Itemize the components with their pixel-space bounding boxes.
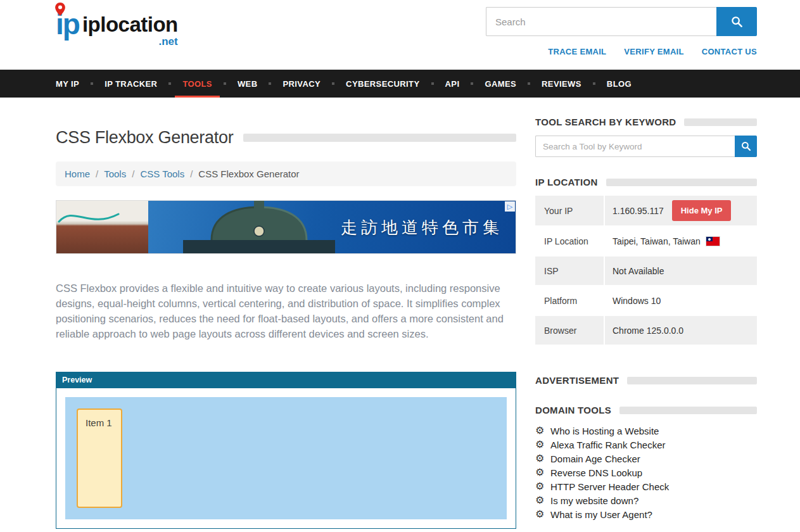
gear-icon: ⚙ xyxy=(535,453,550,464)
tool-search xyxy=(535,136,757,157)
preview-body: Item 1 xyxy=(56,388,516,529)
tool-description: CSS Flexbox provides a flexible and intu… xyxy=(56,281,516,341)
list-item: ⚙ HTTP Server Header Check xyxy=(535,479,757,493)
page: ip iplocation .net TRACE EMAIL VERIFY EM… xyxy=(0,0,800,529)
nav-item-blog[interactable]: BLOG xyxy=(599,70,639,98)
table-row: IP Location Taipei, Taiwan, Taiwan xyxy=(535,225,757,255)
tool-search-button[interactable] xyxy=(735,136,757,157)
ip-row-label: Browser xyxy=(535,316,605,345)
list-item: ⚙ Reverse DNS Lookup xyxy=(535,466,757,479)
ip-info-table: Your IP 1.160.95.117 Hide My IP IP Locat… xyxy=(535,196,757,345)
logo-wordmark: iplocation .net xyxy=(82,14,178,47)
hide-my-ip-button[interactable]: Hide My IP xyxy=(672,200,732,221)
ip-location-heading: IP LOCATION xyxy=(535,177,598,187)
sidebar: TOOL SEARCH BY KEYWORD IP LOCATION Your … xyxy=(535,117,757,521)
nav-separator xyxy=(332,82,334,85)
preview-header-title: Preview xyxy=(56,372,516,388)
ad-text: 走訪地道特色市集 xyxy=(341,216,503,238)
breadcrumb-tools[interactable]: Tools xyxy=(104,168,126,179)
tool-search-input[interactable] xyxy=(535,136,735,157)
flex-item-1: Item 1 xyxy=(77,408,122,508)
nav-item-my-ip[interactable]: MY IP xyxy=(56,70,87,98)
platform-value: Windows 10 xyxy=(605,286,757,315)
contact-us-link[interactable]: CONTACT US xyxy=(702,47,757,56)
ip-row-label: IP Location xyxy=(535,227,605,255)
table-row: Your IP 1.160.95.117 Hide My IP xyxy=(535,196,757,225)
preview-panel: Preview Item 1 xyxy=(56,372,516,529)
heading-decorative-bar xyxy=(606,179,757,186)
trace-email-link[interactable]: TRACE EMAIL xyxy=(548,47,606,56)
breadcrumb-separator: / xyxy=(96,168,98,179)
breadcrumb-current: CSS Flexbox Generator xyxy=(198,168,299,179)
domain-tool-link-alexa-rank[interactable]: Alexa Traffic Rank Checker xyxy=(550,440,665,450)
site-header: ip iplocation .net TRACE EMAIL VERIFY EM… xyxy=(0,0,800,70)
heading-decorative-bar xyxy=(619,407,757,414)
nav-item-reviews[interactable]: REVIEWS xyxy=(534,70,589,98)
nav-item-ip-tracker[interactable]: IP TRACKER xyxy=(97,70,165,98)
title-decorative-bar xyxy=(243,134,516,142)
ad-banner[interactable]: 走訪地道特色市集 ▷ xyxy=(56,200,516,254)
nav-separator xyxy=(471,82,473,85)
gear-icon: ⚙ xyxy=(535,426,550,436)
ip-row-value: Taipei, Taiwan, Taiwan xyxy=(605,227,757,255)
ip-row-label: Your IP xyxy=(535,196,605,225)
domain-tool-link-user-agent[interactable]: What is my User Agent? xyxy=(550,509,652,520)
logo-mark: ip xyxy=(56,10,79,39)
nav-separator xyxy=(431,82,434,85)
gear-icon: ⚙ xyxy=(535,467,550,478)
logo-word: iplocation xyxy=(82,14,178,35)
nav-separator xyxy=(593,82,595,85)
flex-container-demo: Item 1 xyxy=(65,397,507,519)
list-item: ⚙ Domain Age Checker xyxy=(535,452,757,466)
header-search-input[interactable] xyxy=(486,7,716,36)
nav-item-privacy[interactable]: PRIVACY xyxy=(275,70,328,98)
advertisement-heading: ADVERTISEMENT xyxy=(535,375,619,386)
logo-net: .net xyxy=(159,36,178,47)
breadcrumb: Home / Tools / CSS Tools / CSS Flexbox G… xyxy=(56,162,516,186)
domain-tool-link-hosting[interactable]: Who is Hosting a Website xyxy=(550,426,659,436)
header-links: TRACE EMAIL VERIFY EMAIL CONTACT US xyxy=(486,47,757,56)
gear-icon: ⚙ xyxy=(535,481,550,491)
domain-tools-list: ⚙ Who is Hosting a Website ⚙ Alexa Traff… xyxy=(535,424,757,521)
nav-item-web[interactable]: WEB xyxy=(230,70,265,98)
content-column: CSS Flexbox Generator Home / Tools / CSS… xyxy=(56,117,516,529)
list-item: ⚙ Is my website down? xyxy=(535,493,757,507)
ad-photo xyxy=(56,201,148,253)
verify-email-link[interactable]: VERIFY EMAIL xyxy=(624,47,683,56)
ad-creative: 走訪地道特色市集 xyxy=(148,201,516,253)
breadcrumb-separator: / xyxy=(190,168,193,179)
domain-tool-link-website-down[interactable]: Is my website down? xyxy=(550,495,638,506)
breadcrumb-home[interactable]: Home xyxy=(65,168,90,179)
your-ip-value: 1.160.95.117 xyxy=(613,206,664,216)
domain-tool-link-reverse-dns[interactable]: Reverse DNS Lookup xyxy=(550,467,642,478)
adchoices-icon[interactable]: ▷ xyxy=(505,201,515,212)
domain-tool-link-http-header[interactable]: HTTP Server Header Check xyxy=(550,481,669,492)
nav-separator xyxy=(224,82,226,85)
table-row: ISP Not Available xyxy=(535,255,757,285)
nav-item-api[interactable]: API xyxy=(438,70,467,98)
header-search xyxy=(486,7,757,36)
location-pin-icon xyxy=(55,3,65,16)
list-item: ⚙ Who is Hosting a Website xyxy=(535,424,757,438)
gear-icon: ⚙ xyxy=(535,509,550,519)
list-item: ⚙ What is my User Agent? xyxy=(535,507,757,521)
ip-row-value: 1.160.95.117 Hide My IP xyxy=(605,196,757,225)
nav-item-cybersecurity[interactable]: CYBERSECURITY xyxy=(338,70,427,98)
gear-icon: ⚙ xyxy=(535,495,550,505)
heading-decorative-bar xyxy=(627,377,757,384)
main-nav: MY IP IP TRACKER TOOLS WEB PRIVACY CYBER… xyxy=(0,70,800,98)
nav-item-tools[interactable]: TOOLS xyxy=(175,70,220,98)
isp-value: Not Available xyxy=(605,256,757,285)
domain-tool-link-domain-age[interactable]: Domain Age Checker xyxy=(550,453,640,464)
nav-separator xyxy=(269,82,271,85)
ad-curve-decoration xyxy=(58,203,121,228)
header-search-button[interactable] xyxy=(716,7,757,36)
nav-item-games[interactable]: GAMES xyxy=(477,70,524,98)
taiwan-flag-icon xyxy=(706,237,720,246)
domain-tools-heading: DOMAIN TOOLS xyxy=(535,405,611,415)
ip-row-label: Platform xyxy=(535,286,605,315)
table-row: Platform Windows 10 xyxy=(535,285,757,315)
breadcrumb-css-tools[interactable]: CSS Tools xyxy=(140,168,184,179)
logo[interactable]: ip iplocation .net xyxy=(56,10,178,47)
heading-decorative-bar xyxy=(684,118,757,126)
